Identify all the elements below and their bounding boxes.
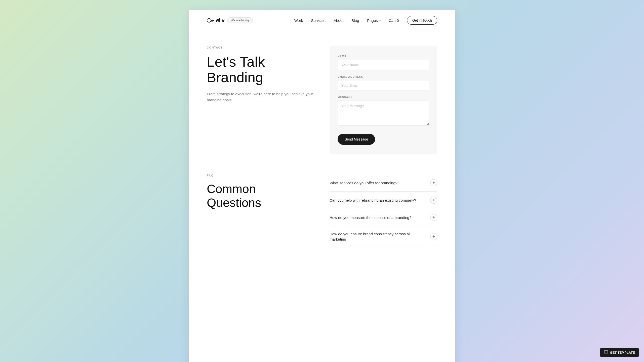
contact-heading-line1: Let's Talk [207, 54, 265, 70]
faq-expand-icon-3: + [430, 214, 437, 221]
faq-item[interactable]: Can you help with rebranding an existing… [330, 192, 437, 209]
faq-left: FAQ Common Questions [207, 174, 314, 210]
nav-cart[interactable]: Cart 0 [389, 18, 399, 23]
navbar: øliv We are hiring! Work Services About … [189, 10, 455, 31]
faq-expand-icon-2: + [430, 197, 437, 204]
contact-description: From strategy to execution, we're here t… [207, 91, 314, 103]
contact-section: CONTACT Let's Talk Branding From strateg… [207, 46, 437, 154]
get-template-label: GET TEMPLATE [610, 351, 635, 354]
svg-point-0 [207, 18, 211, 22]
contact-heading: Let's Talk Branding [207, 54, 314, 85]
contact-left: CONTACT Let's Talk Branding From strateg… [207, 46, 314, 103]
contact-label: CONTACT [207, 46, 314, 49]
nav-pages-label: Pages [367, 18, 378, 23]
email-label: EMAIL ADDRESS [338, 75, 429, 78]
get-template-button[interactable]: GET TEMPLATE [600, 348, 639, 357]
get-in-touch-button[interactable]: Get in Touch [407, 16, 437, 25]
svg-rect-4 [604, 351, 608, 353]
message-field-group: MESSAGE [338, 96, 429, 127]
name-field-group: NAME [338, 55, 429, 70]
faq-expand-icon-1: + [430, 179, 437, 186]
faq-expand-icon-4: + [430, 233, 437, 240]
contact-heading-line2: Branding [207, 69, 263, 85]
faq-heading: Common Questions [207, 182, 314, 210]
svg-rect-5 [604, 354, 606, 354]
faq-heading-line2: Questions [207, 196, 261, 209]
nav-pages-dropdown[interactable]: Pages ▾ [367, 18, 381, 23]
logo-icon [207, 18, 214, 23]
email-field-group: EMAIL ADDRESS [338, 75, 429, 91]
faq-heading-line1: Common [207, 182, 256, 196]
chevron-down-icon: ▾ [379, 19, 381, 22]
nav-right: Work Services About Blog Pages ▾ Cart 0 … [294, 16, 437, 25]
nav-link-blog[interactable]: Blog [351, 18, 359, 23]
faq-question-2: Can you help with rebranding an existing… [330, 198, 416, 203]
name-label: NAME [338, 55, 429, 58]
nav-link-about[interactable]: About [334, 18, 343, 23]
faq-item[interactable]: How do you ensure brand consistency acro… [330, 226, 437, 247]
faq-items: What services do you offer for branding?… [330, 174, 437, 247]
nav-link-services[interactable]: Services [311, 18, 326, 23]
hiring-badge[interactable]: We are hiring! [227, 17, 253, 23]
faq-question-4: How do you ensure brand consistency acro… [330, 231, 426, 242]
contact-form-card: NAME EMAIL ADDRESS MESSAGE Send Message [330, 46, 437, 154]
faq-question-3: How do you measure the success of a bran… [330, 215, 411, 220]
faq-label: FAQ [207, 174, 314, 177]
template-icon [604, 350, 608, 354]
faq-section: FAQ Common Questions What services do yo… [207, 174, 437, 247]
message-input[interactable] [338, 101, 429, 126]
faq-question-1: What services do you offer for branding? [330, 180, 397, 186]
nav-left: øliv We are hiring! [207, 17, 253, 23]
message-label: MESSAGE [338, 96, 429, 99]
name-input[interactable] [338, 60, 429, 70]
faq-item[interactable]: What services do you offer for branding?… [330, 174, 437, 192]
send-message-button[interactable]: Send Message [338, 134, 375, 145]
faq-item[interactable]: How do you measure the success of a bran… [330, 209, 437, 226]
main-content: CONTACT Let's Talk Branding From strateg… [189, 31, 455, 267]
logo-text: øliv [216, 18, 224, 23]
logo[interactable]: øliv [207, 18, 224, 23]
email-input[interactable] [338, 80, 429, 91]
nav-link-work[interactable]: Work [294, 18, 303, 23]
